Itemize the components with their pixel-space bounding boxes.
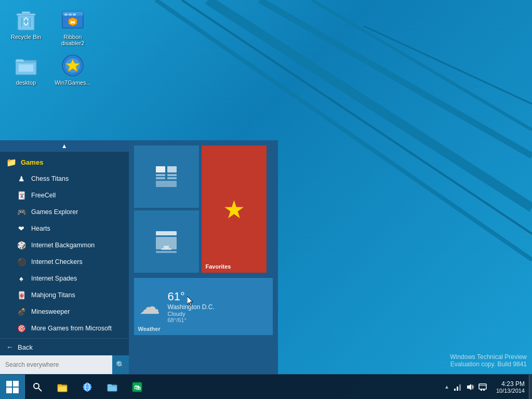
- tile-1-svg: [153, 164, 179, 190]
- tile-2-svg: [153, 229, 179, 255]
- svg-rect-25: [156, 174, 165, 176]
- weather-range: 68°/61°: [168, 317, 268, 323]
- desktop-folder-icon[interactable]: desktop: [5, 51, 47, 88]
- desktop-folder-image: [14, 53, 38, 78]
- menu-item-internet-backgammon[interactable]: 🎲 Internet Backgammon: [0, 237, 129, 254]
- tray-show-hidden[interactable]: ▲: [443, 383, 450, 391]
- scroll-up-arrow[interactable]: ▲: [0, 140, 129, 152]
- recycle-bin-icon[interactable]: Recycle Bin: [5, 5, 47, 48]
- system-tray: ▲: [439, 382, 492, 392]
- windows-logo: [6, 381, 19, 393]
- recycle-bin-image: [14, 7, 38, 32]
- menu-item-more-games[interactable]: 🎯 More Games from Microsoft: [0, 320, 129, 337]
- desktop-folder-label: desktop: [16, 79, 36, 86]
- menu-item-minesweeper[interactable]: 💣 Minesweeper: [0, 303, 129, 320]
- menu-item-purble-place[interactable]: 🎪 Purble Place: [0, 337, 129, 338]
- search-button[interactable]: 🔍: [112, 355, 129, 374]
- tile-weather[interactable]: ☁ 61° Washington D.C. Cloudy 68°/61° Wea…: [134, 278, 273, 335]
- internet-backgammon-label: Internet Backgammon: [31, 242, 95, 249]
- games-group-label: Games: [21, 158, 43, 166]
- svg-rect-33: [156, 251, 177, 253]
- back-arrow-icon: ←: [6, 343, 14, 351]
- mahjong-titans-label: Mahjong Titans: [31, 291, 75, 299]
- tray-action-center-icon[interactable]: [477, 382, 488, 392]
- freecell-icon: 🃏: [16, 190, 27, 201]
- games-explorer-icon: 🎮: [16, 206, 27, 218]
- tray-speaker-icon[interactable]: [465, 382, 475, 392]
- svg-rect-8: [22, 11, 30, 14]
- menu-item-internet-spades[interactable]: ♠ Internet Spades: [0, 270, 129, 287]
- svg-marker-51: [467, 384, 471, 390]
- ribbon-disabler-svg: [60, 7, 85, 32]
- back-button[interactable]: ← Back: [0, 338, 129, 355]
- games-group-header[interactable]: 📁 Games: [0, 154, 129, 170]
- svg-rect-31: [156, 231, 177, 235]
- minesweeper-label: Minesweeper: [31, 308, 70, 315]
- right-panel: ★ Favorites: [129, 140, 278, 374]
- win-logo-quad-2: [13, 381, 19, 387]
- search-input[interactable]: [0, 358, 112, 371]
- taskbar-search[interactable]: [25, 375, 50, 400]
- taskbar-ie-icon: [82, 381, 93, 393]
- more-games-icon: 🎯: [16, 323, 27, 334]
- ribbon-disabler-image: [60, 7, 85, 32]
- tray-network-icon[interactable]: [453, 382, 463, 392]
- svg-rect-28: [167, 174, 177, 176]
- desktop: Recycle Bin R: [0, 0, 532, 399]
- menu-item-freecell[interactable]: 🃏 FreeCell: [0, 187, 129, 204]
- taskbar-search-icon: [32, 382, 43, 392]
- more-games-label: More Games from Microsoft: [31, 325, 112, 332]
- svg-line-3: [312, 0, 532, 130]
- svg-rect-34: [164, 246, 169, 248]
- svg-rect-14: [64, 14, 68, 16]
- internet-checkers-icon: ⚫: [16, 256, 27, 268]
- taskbar-internet-explorer[interactable]: [75, 375, 100, 400]
- svg-rect-20: [19, 64, 33, 72]
- network-svg: [454, 383, 462, 391]
- tile-1[interactable]: [134, 145, 199, 208]
- menu-item-internet-checkers[interactable]: ⚫ Internet Checkers: [0, 254, 129, 270]
- taskbar-folder[interactable]: [100, 375, 125, 400]
- back-label: Back: [18, 343, 33, 351]
- menu-item-mahjong-titans[interactable]: 🀄 Mahjong Titans: [0, 287, 129, 303]
- ribbon-disabler-icon[interactable]: Ribbon disabler2: [52, 5, 94, 48]
- svg-rect-54: [481, 389, 482, 391]
- clock-date: 10/13/2014: [496, 388, 525, 394]
- left-panel: ▲ 📁 Games ♟ Chess Titans �: [0, 140, 129, 374]
- tile-grid: ★ Favorites: [134, 145, 267, 273]
- taskbar-folder-icon: [107, 381, 118, 393]
- menu-item-chess-titans[interactable]: ♟ Chess Titans: [0, 170, 129, 187]
- search-bar: 🔍: [0, 355, 129, 374]
- desktop-icon-row-2: desktop Win7Games...: [5, 51, 94, 88]
- desktop-folder-svg: [14, 53, 38, 78]
- favorites-star-icon: ★: [223, 195, 245, 224]
- chess-titans-icon: ♟: [16, 173, 27, 184]
- hearts-label: Hearts: [31, 225, 50, 232]
- svg-rect-50: [459, 384, 461, 391]
- taskbar-store[interactable]: 🛍: [125, 375, 150, 400]
- show-desktop-button[interactable]: [529, 375, 532, 400]
- games-explorer-label: Games Explorer: [31, 208, 78, 216]
- taskbar-file-explorer[interactable]: [50, 375, 75, 400]
- win7games-icon[interactable]: Win7Games...: [52, 51, 94, 88]
- internet-spades-label: Internet Spades: [31, 275, 77, 282]
- svg-point-37: [34, 383, 39, 389]
- clock-time: 4:23 PM: [501, 380, 525, 388]
- action-center-svg: [478, 383, 487, 391]
- desktop-icon-row-1: Recycle Bin R: [5, 5, 94, 48]
- tile-2[interactable]: [134, 210, 199, 273]
- start-menu: ▲ 📁 Games ♟ Chess Titans �: [0, 140, 278, 374]
- svg-rect-49: [457, 387, 458, 391]
- menu-item-games-explorer[interactable]: 🎮 Games Explorer: [0, 204, 129, 220]
- tile-favorites[interactable]: ★ Favorites: [202, 145, 267, 273]
- win7games-image: [60, 53, 85, 78]
- hearts-icon: ❤: [16, 223, 27, 234]
- watermark-line2: Evaluation copy. Build 9841: [450, 361, 527, 368]
- start-button[interactable]: [0, 375, 25, 400]
- menu-item-hearts[interactable]: ❤ Hearts: [0, 220, 129, 237]
- clock-area[interactable]: 4:23 PM 10/13/2014: [492, 380, 529, 394]
- watermark-line1: Windows Technical Preview: [450, 353, 527, 361]
- svg-rect-27: [167, 166, 177, 172]
- weather-cloud-icon: ☁: [139, 295, 160, 318]
- recycle-bin-label: Recycle Bin: [11, 34, 41, 40]
